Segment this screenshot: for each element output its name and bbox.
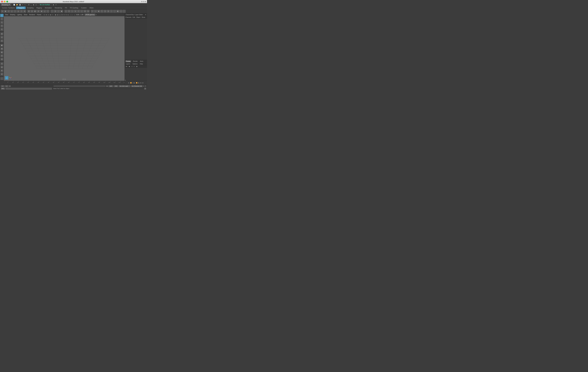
vp-icon-2[interactable]: ⊠	[45, 14, 47, 15]
show-menu[interactable]: Show	[23, 14, 28, 15]
layer-prev2-btn[interactable]: ◁	[131, 65, 133, 67]
redo-icon[interactable]: ↪	[24, 4, 26, 6]
vp-icon-10[interactable]: ⊞	[61, 14, 63, 15]
shelf-smooth[interactable]: ◉	[40, 10, 43, 13]
tab-animation[interactable]: Animation	[43, 7, 53, 9]
shelf-to-edges[interactable]: —	[119, 10, 122, 13]
help-menu[interactable]: Help	[139, 63, 143, 65]
vp-icon-7[interactable]: ▣	[55, 14, 57, 15]
extra-btn[interactable]: ·	[0, 77, 3, 80]
tab-rigging[interactable]: Rigging	[35, 7, 43, 9]
render-icon[interactable]: ▶	[53, 4, 54, 6]
select-tool-btn[interactable]: ↖	[0, 14, 3, 17]
sine-btn[interactable]: ⊡	[0, 62, 3, 65]
rotate-tool-btn[interactable]: ↻	[0, 28, 3, 31]
shelf-separate[interactable]: ⊟	[31, 10, 33, 13]
viewport[interactable]: View Shading Lighting Show Renderer Pane…	[4, 13, 125, 81]
layer-tab-display[interactable]: Display	[125, 60, 131, 62]
vp-icon-12[interactable]: ⊗	[65, 14, 67, 15]
tab-sculpting[interactable]: Sculpting	[26, 7, 35, 9]
layer-next2-btn[interactable]: ▷	[133, 65, 136, 67]
shelf-sphere[interactable]: ●	[1, 10, 4, 13]
shelf-fill-hole[interactable]: ◼	[60, 10, 63, 13]
shelf-collapse[interactable]: ▼	[68, 10, 71, 13]
fc-next-frame[interactable]: ▶|	[138, 82, 140, 84]
layer-tab-render[interactable]: Render	[132, 60, 138, 62]
vp-icon-11[interactable]: ⊕	[63, 14, 65, 15]
panels-menu[interactable]: Panels	[36, 14, 42, 15]
lasso-tool-btn[interactable]: ⌖	[0, 17, 3, 21]
shelf-quadrangulate[interactable]: □	[46, 10, 49, 13]
vp-icon-15[interactable]: ▷	[72, 14, 73, 15]
snap-curve-icon[interactable]: ◡	[30, 4, 32, 6]
shelf-to-verts[interactable]: ·	[123, 10, 126, 13]
shelf-shrink[interactable]: -	[113, 10, 116, 13]
shelf-plane[interactable]: ▱	[14, 10, 17, 13]
vp-icon-6[interactable]: ○	[53, 14, 54, 15]
vp-icon-14[interactable]: |	[70, 14, 71, 15]
fc-prev-key[interactable]: ⏪	[130, 82, 132, 84]
ipr-icon[interactable]: ⊙	[55, 4, 57, 6]
squash-btn[interactable]: ⊞	[0, 65, 3, 69]
shelf-cylinder[interactable]: ⊙	[7, 10, 10, 13]
shelf-to-faces[interactable]: ▦	[116, 10, 119, 13]
workspace-selector[interactable]: Modeling ▾	[1, 4, 11, 6]
viewport-canvas[interactable]: persp ⌂	[4, 16, 125, 81]
fc-prev-frame[interactable]: ◀	[132, 82, 134, 84]
shelf-weld[interactable]: ●	[74, 10, 77, 13]
shelf-bevel[interactable]: ◇	[64, 10, 67, 13]
maximize-button[interactable]	[6, 1, 8, 2]
vp-icon-4[interactable]: ◉	[50, 14, 51, 15]
mel-button[interactable]: MEL	[1, 88, 5, 90]
show-manip-btn[interactable]: ▣	[0, 44, 3, 47]
universal-manip-btn[interactable]: ✢	[0, 36, 3, 39]
shelf-connect[interactable]: —	[94, 10, 97, 13]
vp-icon-9[interactable]: ◫	[59, 14, 61, 15]
char-set-field[interactable]	[131, 85, 143, 87]
close-button[interactable]	[1, 1, 3, 2]
undo-icon[interactable]: ↩	[22, 4, 23, 6]
scale-tool-btn[interactable]: ⊞	[0, 32, 3, 35]
layer-prev-btn[interactable]: ◀	[128, 65, 130, 67]
renderer-menu[interactable]: Renderer	[28, 14, 36, 15]
shelf-triangulate[interactable]: △	[43, 10, 46, 13]
cb-tab-channels[interactable]: Channels	[125, 17, 131, 18]
shading-menu[interactable]: Shading	[9, 14, 16, 15]
fc-play-fwd[interactable]: ⏩	[136, 82, 138, 84]
home-icon[interactable]: ⌂	[5, 76, 8, 80]
shelf-slide-edge[interactable]: ⟷	[87, 10, 90, 13]
shelf-torus[interactable]: ◎	[17, 10, 20, 13]
view-menu[interactable]: View	[4, 14, 9, 15]
frame-field-2[interactable]	[5, 85, 8, 87]
right-scrollbar[interactable]	[125, 79, 126, 81]
snap-point-icon[interactable]: ◉	[33, 4, 35, 6]
range-end[interactable]	[114, 85, 118, 87]
layers-menu[interactable]: Layers	[125, 63, 131, 65]
options-menu[interactable]: Options	[132, 63, 138, 65]
tab-rendering[interactable]: Rendering	[53, 7, 63, 9]
paint-select-btn[interactable]: ✎	[0, 21, 3, 24]
layer-first-btn[interactable]: ⏮	[125, 65, 128, 67]
minimize-button[interactable]	[4, 1, 6, 2]
layer-tab-anim[interactable]: Anim	[139, 60, 144, 62]
playback-slider[interactable]	[53, 85, 106, 87]
fc-play[interactable]: ▶	[134, 82, 136, 84]
cb-tab-object[interactable]: Object	[136, 17, 140, 18]
shelf-cube[interactable]: ▣	[4, 10, 7, 13]
shelf-split-poly[interactable]: ✂	[77, 10, 80, 13]
anim-layer-field[interactable]	[119, 85, 130, 87]
shelf-extrude[interactable]: ↑	[51, 10, 53, 13]
shelf-cone[interactable]: △	[10, 10, 13, 13]
shelf-target-weld[interactable]: ◆	[97, 10, 100, 13]
fc-last[interactable]: ⏭	[142, 82, 144, 84]
vp-icon-5[interactable]: ●	[52, 14, 53, 15]
shelf-pipe[interactable]: ⊞	[23, 10, 26, 13]
tab-curves-surfaces[interactable]: Curves / Surfaces	[0, 7, 16, 9]
tab-polygons[interactable]: Polygons	[16, 7, 25, 9]
vp-icon-1[interactable]: ⊟	[43, 14, 45, 15]
tab-xgen[interactable]: XGen	[88, 7, 95, 9]
range-start[interactable]	[108, 85, 113, 87]
shelf-merge-verts[interactable]: ▪	[71, 10, 74, 13]
layer-next-btn[interactable]: ▶	[136, 65, 138, 67]
tab-fx[interactable]: FX	[63, 7, 68, 9]
